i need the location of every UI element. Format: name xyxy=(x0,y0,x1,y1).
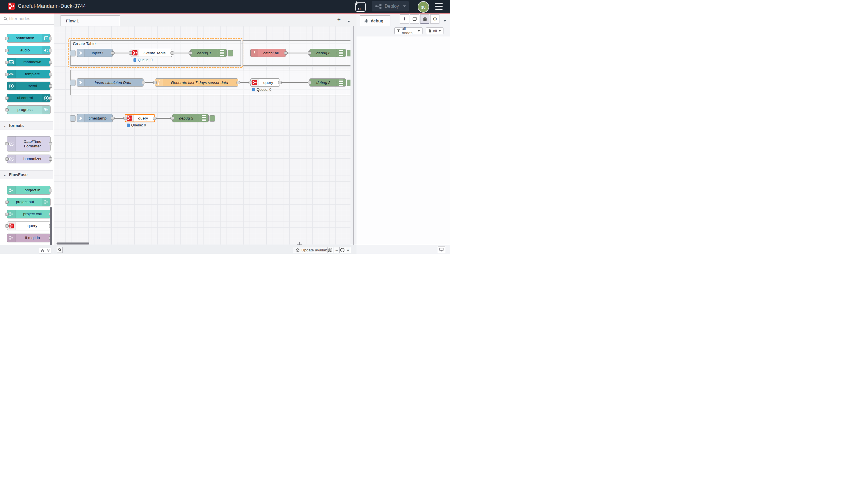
input-port[interactable] xyxy=(308,51,311,55)
palette-node-label: ui control xyxy=(17,96,33,100)
node-insert-simulated-data[interactable]: Insert simulated Data xyxy=(76,79,144,86)
node-debug6[interactable]: debug 6 xyxy=(309,49,346,57)
input-port[interactable] xyxy=(123,117,127,120)
node-catch-all[interactable]: ! catch: all xyxy=(250,49,286,57)
palette-node-label: Date/Time Formatter xyxy=(14,139,50,148)
zoom-reset-button[interactable] xyxy=(340,247,345,253)
update-available-button[interactable]: Update available xyxy=(293,247,333,253)
input-port[interactable] xyxy=(189,51,192,55)
debug-filter-button[interactable]: all nodes xyxy=(394,27,423,34)
input-port[interactable] xyxy=(170,117,174,120)
config-tab-button[interactable]: ⚙ xyxy=(430,15,439,24)
port xyxy=(5,201,9,204)
palette-search[interactable]: filter nodes xyxy=(0,13,54,25)
bug-icon xyxy=(364,19,369,23)
node-label: debug 2 xyxy=(316,81,330,85)
node-inject1[interactable]: inject ¹ xyxy=(76,49,113,57)
output-port[interactable] xyxy=(111,117,115,120)
palette-node-project-in[interactable]: project in xyxy=(7,186,51,195)
avatar-initials: su xyxy=(421,5,426,9)
palette-node-humanizer[interactable]: humanizer xyxy=(7,154,51,163)
inject-button[interactable] xyxy=(70,80,75,86)
sidebar-menu-caret[interactable] xyxy=(443,18,446,23)
add-flow-button[interactable]: + xyxy=(337,17,341,23)
input-port[interactable] xyxy=(249,81,252,84)
inject-button[interactable] xyxy=(70,50,75,56)
flowfuse-logo-icon[interactable] xyxy=(8,3,15,10)
output-port[interactable] xyxy=(278,81,282,84)
palette-node-ui-control[interactable]: ui control xyxy=(7,94,51,102)
palette-node-label: audio xyxy=(20,48,30,53)
palette-node-ff-mqtt-in[interactable]: ff mqtt in xyxy=(7,234,51,242)
input-port[interactable] xyxy=(153,81,157,84)
debug-toggle-button[interactable] xyxy=(347,50,350,56)
map-icon xyxy=(328,248,332,252)
palette-node-event[interactable]: event xyxy=(7,82,51,90)
sidebar-tab-debug[interactable]: debug xyxy=(360,15,391,26)
flowfuse-icon xyxy=(7,234,16,242)
node-timestamp[interactable]: timestamp xyxy=(76,114,113,122)
output-port[interactable] xyxy=(153,117,156,120)
node-query-selected[interactable]: query xyxy=(125,114,155,122)
debug-toggle-button[interactable] xyxy=(347,80,350,86)
node-debug3[interactable]: debug 3 xyxy=(172,114,209,122)
palette-node-datetime-formatter[interactable]: Date/Time Formatter xyxy=(7,136,51,151)
palette-section-flowfuse[interactable]: ⌄ FlowFuse xyxy=(0,170,53,179)
canvas-h-scrollbar[interactable] xyxy=(57,242,89,244)
output-port[interactable] xyxy=(284,51,288,55)
node-generate-sensor-data[interactable]: ƒ Generate last 7 days sensor data xyxy=(155,79,238,86)
flow-list-caret[interactable] xyxy=(347,19,350,24)
node-query-mid[interactable]: query xyxy=(250,79,280,86)
output-port[interactable] xyxy=(142,81,145,84)
search-placeholder: filter nodes xyxy=(9,16,30,21)
queue-status: Queue: 0 xyxy=(126,123,147,127)
output-port[interactable] xyxy=(111,51,115,55)
help-tab-button[interactable] xyxy=(410,15,419,24)
palette-node-audio[interactable]: audio xyxy=(7,46,51,55)
inject-arrow-icon xyxy=(77,114,85,122)
port xyxy=(49,61,52,64)
node-debug1[interactable]: debug 1 xyxy=(190,49,227,57)
ai-assistant-button[interactable]: AI xyxy=(355,2,366,12)
zoom-out-button[interactable]: − xyxy=(334,247,340,253)
debug-toggle-button[interactable] xyxy=(228,50,233,56)
palette-node-template[interactable]: </> template xyxy=(7,70,51,79)
debug-toggle-button[interactable] xyxy=(210,115,215,121)
palette-node-label: progress xyxy=(18,108,33,112)
node-debug2[interactable]: debug 2 xyxy=(309,79,346,86)
palette-node-notification[interactable]: notification xyxy=(7,34,51,42)
user-avatar[interactable]: su xyxy=(417,1,429,12)
input-port[interactable] xyxy=(129,51,132,55)
deploy-button[interactable]: Deploy xyxy=(372,1,409,11)
info-tab-button[interactable]: i xyxy=(400,15,409,24)
node-label: catch: all xyxy=(263,51,278,55)
inject-button[interactable] xyxy=(70,115,75,121)
search-flows-button[interactable] xyxy=(57,247,63,253)
zoom-in-button[interactable]: + xyxy=(345,247,351,253)
input-port[interactable] xyxy=(308,81,311,84)
queue-text: Queue: 0 xyxy=(257,88,271,92)
output-port[interactable] xyxy=(237,81,240,84)
palette-node-query[interactable]: query xyxy=(7,222,51,230)
palette-section-formats[interactable]: ⌄ formats xyxy=(0,121,53,130)
palette-node-project-out[interactable]: project out xyxy=(7,198,51,206)
main-menu-button[interactable] xyxy=(435,3,443,10)
queue-text: Queue: 0 xyxy=(138,58,152,62)
node-create-table[interactable]: Create Table xyxy=(131,49,172,57)
output-port[interactable] xyxy=(170,51,174,55)
debug-tab-button[interactable] xyxy=(420,15,429,24)
open-dashboard-button[interactable] xyxy=(438,246,445,253)
zoom-reset-icon xyxy=(340,248,344,252)
zoom-controls: − + xyxy=(334,247,351,253)
palette-node-progress[interactable]: progress % xyxy=(7,106,51,114)
palette-node-markdown[interactable]: markdown xyxy=(7,58,51,66)
chevron-down-icon: ⌄ xyxy=(3,124,6,127)
palette-scrollbar[interactable] xyxy=(50,207,52,245)
sidebar-splitter[interactable] xyxy=(350,26,356,245)
minimap-button[interactable] xyxy=(327,247,333,253)
expand-all-button[interactable] xyxy=(45,248,51,253)
palette-scroll-area[interactable]: notification audio markdown </> template xyxy=(0,25,53,245)
tab-flow1[interactable]: Flow 1 xyxy=(61,15,120,26)
debug-clear-button[interactable]: all xyxy=(426,27,443,34)
palette-node-project-call[interactable]: project call xyxy=(7,210,51,218)
